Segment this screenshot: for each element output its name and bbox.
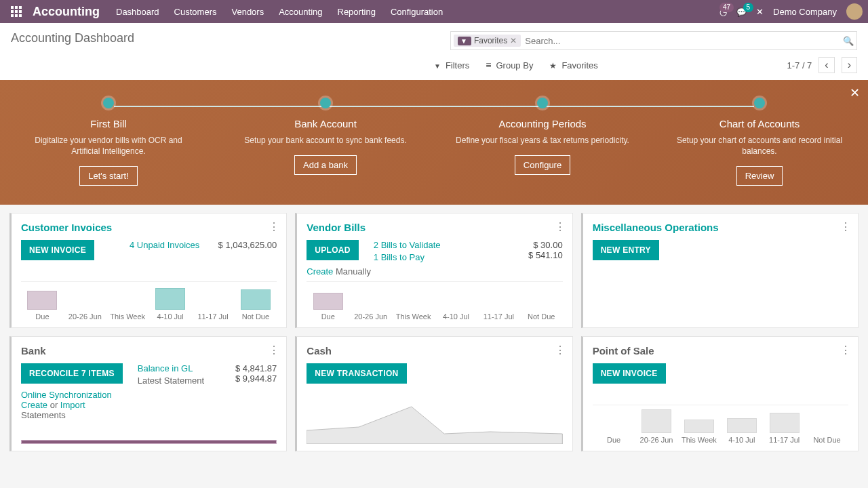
upload-button[interactable]: UPLOAD — [307, 240, 358, 260]
chip-remove-icon[interactable] — [510, 36, 517, 45]
step-button-review[interactable]: Review — [736, 166, 783, 186]
onboard-step-coa: Chart of Accounts Setup your chart of ac… — [651, 80, 868, 205]
statements-label: Statements — [21, 410, 277, 420]
activity-badge: 47 — [719, 3, 734, 12]
step-desc: Digitalize your vendor bills with OCR an… — [0, 135, 217, 157]
page-title: Accounting Dashboard — [11, 31, 434, 45]
step-title: Chart of Accounts — [651, 118, 868, 129]
card-title[interactable]: Point of Sale — [593, 345, 848, 357]
step-dot-icon — [320, 98, 331, 108]
onboard-step-periods: Accounting Periods Define your fiscal ye… — [434, 80, 651, 205]
card-menu-icon[interactable]: ⋮ — [269, 220, 279, 233]
menu-reporting[interactable]: Reporting — [338, 7, 376, 17]
unpaid-invoices-link[interactable]: 4 Unpaid Invoices — [130, 240, 199, 250]
menu-configuration[interactable]: Configuration — [391, 7, 443, 17]
card-point-of-sale: ⋮ Point of Sale NEW INVOICE Due20-26 Jun… — [581, 336, 859, 451]
step-desc: Define your fiscal years & tax returns p… — [434, 135, 651, 146]
card-bank: ⋮ Bank RECONCILE 7 ITEMS Balance in GL L… — [9, 336, 287, 451]
create-bill-link[interactable]: Create — [307, 266, 333, 277]
pager-prev[interactable] — [818, 57, 834, 73]
unpaid-amount: $ 1,043,625.00 — [218, 240, 277, 250]
menu-customers[interactable]: Customers — [174, 7, 217, 17]
search-box[interactable]: Favorites — [450, 31, 857, 50]
group-icon — [486, 60, 492, 70]
card-menu-icon[interactable]: ⋮ — [555, 220, 566, 233]
groupby-button[interactable]: Group By — [486, 57, 533, 73]
onboarding-banner: First Bill Digitalize your vendor bills … — [0, 80, 868, 205]
card-misc-operations: ⋮ Miscellaneous Operations NEW ENTRY — [581, 213, 859, 328]
company-switcher[interactable]: Demo Company — [773, 7, 837, 17]
new-transaction-button[interactable]: NEW TRANSACTION — [307, 363, 406, 384]
menu-accounting[interactable]: Accounting — [279, 7, 322, 17]
card-menu-icon[interactable]: ⋮ — [555, 344, 566, 357]
online-sync-link[interactable]: Online Synchronization — [21, 390, 112, 400]
main-menu: Dashboard Customers Vendors Accounting R… — [116, 7, 443, 17]
filter-icon — [458, 37, 471, 45]
search-input[interactable] — [525, 36, 839, 46]
card-title[interactable]: Miscellaneous Operations — [593, 222, 848, 233]
cash-sparkline — [307, 396, 562, 444]
step-desc: Setup your chart of accounts and record … — [651, 135, 868, 157]
vendor-bills-chart: Due20-26 JunThis Week4-10 Jul11-17 JulNo… — [307, 281, 562, 321]
top-navbar: Accounting Dashboard Customers Vendors A… — [0, 0, 868, 23]
bills-validate-link[interactable]: 2 Bills to Validate — [374, 240, 441, 250]
control-panel: Accounting Dashboard Favorites Filters G… — [0, 23, 868, 80]
kanban-grid: ⋮ Customer Invoices NEW INVOICE 4 Unpaid… — [0, 205, 868, 460]
card-menu-icon[interactable]: ⋮ — [269, 344, 279, 357]
reconcile-button[interactable]: RECONCILE 7 ITEMS — [21, 363, 123, 384]
step-dot-icon — [537, 98, 548, 108]
messaging-icon[interactable]: 5 — [736, 7, 747, 17]
pos-chart: Due20-26 JunThis Week4-10 Jul11-17 JulNo… — [593, 405, 848, 444]
onboard-step-bank-account: Bank Account Setup your bank account to … — [217, 80, 434, 205]
card-title[interactable]: Cash — [307, 345, 562, 357]
card-title[interactable]: Vendor Bills — [307, 222, 562, 233]
star-icon — [549, 60, 558, 70]
step-desc: Setup your bank account to sync bank fee… — [217, 135, 434, 146]
brand-title: Accounting — [33, 5, 100, 19]
avatar[interactable] — [846, 3, 863, 20]
card-menu-icon[interactable]: ⋮ — [840, 344, 851, 357]
pos-new-invoice-button[interactable]: NEW INVOICE — [593, 363, 666, 384]
card-cash: ⋮ Cash NEW TRANSACTION — [295, 336, 572, 451]
card-menu-icon[interactable]: ⋮ — [840, 220, 851, 233]
bills-pay-amount: $ 541.10 — [528, 250, 563, 260]
pager-text: 1-7 / 7 — [787, 60, 812, 70]
activity-icon[interactable]: 47 — [719, 7, 727, 17]
search-icon[interactable] — [843, 36, 854, 46]
bank-balance-bar — [21, 440, 277, 444]
search-chip[interactable]: Favorites — [454, 35, 521, 47]
customer-invoices-chart: Due20-26 JunThis Week4-10 Jul11-17 JulNo… — [21, 281, 277, 321]
new-invoice-button[interactable]: NEW INVOICE — [21, 240, 94, 260]
onboard-step-first-bill: First Bill Digitalize your vendor bills … — [0, 80, 217, 205]
menu-vendors[interactable]: Vendors — [231, 7, 264, 17]
card-vendor-bills: ⋮ Vendor Bills UPLOAD 2 Bills to Validat… — [295, 213, 572, 328]
chip-label: Favorites — [474, 36, 507, 45]
bills-pay-link[interactable]: 1 Bills to Pay — [374, 252, 425, 262]
close-icon[interactable] — [756, 7, 764, 17]
bills-validate-amount: $ 30.00 — [528, 240, 563, 250]
import-statement-link[interactable]: Import — [60, 400, 85, 410]
favorites-button[interactable]: Favorites — [549, 57, 597, 73]
step-button-configure[interactable]: Configure — [515, 155, 570, 175]
pager-next[interactable] — [842, 57, 857, 73]
step-button-add-bank[interactable]: Add a bank — [294, 155, 357, 175]
new-entry-button[interactable]: NEW ENTRY — [593, 240, 659, 260]
menu-dashboard[interactable]: Dashboard — [116, 7, 159, 17]
step-button-lets-start[interactable]: Let's start! — [79, 166, 138, 186]
card-title[interactable]: Bank — [21, 345, 277, 357]
or-label: or — [50, 400, 58, 410]
latest-statement-amount: $ 9,944.87 — [235, 373, 277, 384]
latest-statement-label: Latest Statement — [138, 375, 204, 386]
filter-icon — [434, 60, 442, 70]
apps-icon[interactable] — [5, 6, 27, 17]
messaging-badge: 5 — [743, 3, 754, 12]
step-title: Bank Account — [217, 118, 434, 129]
step-title: Accounting Periods — [434, 118, 651, 129]
card-title[interactable]: Customer Invoices — [21, 222, 277, 233]
step-dot-icon — [103, 98, 114, 108]
svg-marker-0 — [307, 407, 562, 444]
filters-button[interactable]: Filters — [434, 57, 469, 73]
balance-gl-link[interactable]: Balance in GL — [138, 363, 204, 373]
balance-gl-amount: $ 4,841.87 — [235, 363, 277, 373]
create-statement-link[interactable]: Create — [21, 400, 47, 410]
